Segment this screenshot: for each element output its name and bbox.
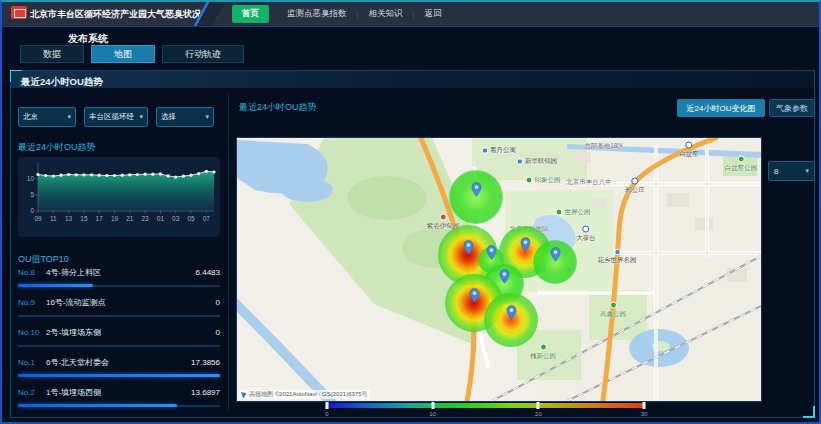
poi-metro-icon xyxy=(632,178,639,185)
svg-text:01: 01 xyxy=(157,215,165,222)
heat-scale-gradient xyxy=(327,403,644,408)
map-poi-label: 槐新公园 xyxy=(530,344,556,361)
nav-item-knowledge[interactable]: 相关知识 xyxy=(359,8,413,20)
tab-data[interactable]: 数据 xyxy=(20,45,84,63)
top-list-title: OU值TOP10 xyxy=(18,253,69,266)
hour-select[interactable]: 8 ▾ xyxy=(768,161,815,181)
top-list-row: No.102号-填埋场东侧0 xyxy=(18,327,220,347)
ou-trend-chart-svg: 0510091113151719212301030507 xyxy=(18,157,220,235)
poi-blue-icon xyxy=(614,249,620,255)
map-marker-pin-icon[interactable] xyxy=(499,269,510,284)
tab-track[interactable]: 行动轨迹 xyxy=(162,45,244,63)
map-poi-label: 新华联锦园 xyxy=(517,157,558,166)
map-poi-label: 印象公园 xyxy=(526,176,561,185)
value-bar-fill xyxy=(18,284,93,287)
point-name: 2号-填埋场东侧 xyxy=(46,327,212,338)
nav-item-back[interactable]: 返回 xyxy=(415,8,452,20)
poi-metro-icon xyxy=(583,226,590,233)
map-canvas[interactable]: 总部基地18区看丹公寓新华联锦园印象公园北京市丰台八中世界公园郭公庄白盆窑白盆窑… xyxy=(236,137,762,402)
dashboard-root: 北京市丰台区循环经济产业园大气恶臭状况实时 首页监测点恶臭指数|相关知识|返回 … xyxy=(0,0,821,424)
map-marker-pin-icon[interactable] xyxy=(550,247,561,262)
svg-text:05: 05 xyxy=(187,215,195,222)
panel-title: 最近24小时OU趋势 xyxy=(21,76,103,87)
ou-trend-chart: 0510091113151719212301030507 xyxy=(18,157,220,237)
svg-text:21: 21 xyxy=(126,215,134,222)
heat-scale-bar: 0102030 xyxy=(327,403,644,417)
map-poi-text: 世界公园 xyxy=(565,208,591,217)
map-marker-pin-icon[interactable] xyxy=(520,237,531,252)
nav-item-home[interactable]: 首页 xyxy=(232,5,269,23)
map-poi-label: 花乡世界名园 xyxy=(598,249,637,265)
panel-corner-accent xyxy=(803,406,815,418)
value-bar-track xyxy=(18,375,220,377)
poi-park-icon xyxy=(540,344,547,351)
map-poi-text: 新华联锦园 xyxy=(525,157,558,166)
map-poi-label: 看丹公寓 xyxy=(482,146,516,155)
main-nav: 首页监测点恶臭指数|相关知识|返回 xyxy=(232,2,452,26)
map-poi-label: 北京市丰台八中 xyxy=(566,178,612,187)
app-header: 北京市丰台区循环经济产业园大气恶臭状况实时 首页监测点恶臭指数|相关知识|返回 xyxy=(2,2,819,27)
publish-system-label: 发布系统 xyxy=(68,32,108,46)
point-name: 1号-填埋场西侧 xyxy=(46,387,187,398)
scale-tick-label: 20 xyxy=(535,411,542,417)
map-marker-pin-icon[interactable] xyxy=(471,182,482,197)
rank-label: No.8 xyxy=(18,268,46,277)
map-poi-label: 郭公庄 xyxy=(625,178,645,195)
rank-label: No.10 xyxy=(18,328,46,337)
map-poi-label: 白盆窑公园 xyxy=(725,156,758,173)
map-marker-pin-icon[interactable] xyxy=(463,240,474,255)
top-list-row-text: No.102号-填埋场东侧0 xyxy=(18,327,220,338)
svg-text:19: 19 xyxy=(111,215,119,222)
rank-label: No.9 xyxy=(18,298,46,307)
panel-titlebar: 最近24小时OU趋势 xyxy=(11,71,814,88)
svg-text:23: 23 xyxy=(142,215,150,222)
map-poi-text: 白盆窑公园 xyxy=(725,164,758,173)
content-panel: 最近24小时OU趋势 北京▾丰台区循环经济产▾选择▾ 最近24小时OU趋势 05… xyxy=(10,70,815,418)
poi-red-icon xyxy=(440,214,447,221)
map-marker-pin-icon[interactable] xyxy=(486,245,497,260)
top-list-row-text: No.916号-流动监测点0 xyxy=(18,297,220,308)
city-select[interactable]: 北京▾ xyxy=(18,107,76,127)
filter-bar: 北京▾丰台区循环经济产▾选择▾ xyxy=(18,107,214,127)
svg-text:15: 15 xyxy=(80,215,88,222)
map-subtitle: 最近24小时OU趋势 xyxy=(239,101,317,114)
map-poi-text: 看丹公寓 xyxy=(490,146,516,155)
scale-tick-label: 10 xyxy=(429,411,436,417)
value-bar-fill xyxy=(18,404,177,407)
value-bar-track xyxy=(18,315,220,317)
ou-value: 17.3856 xyxy=(191,358,220,367)
ou-change-map-button[interactable]: 近24小时OU变化图 xyxy=(677,99,765,117)
point-select-value: 选择 xyxy=(161,112,176,122)
svg-text:11: 11 xyxy=(50,215,57,222)
svg-text:07: 07 xyxy=(203,215,211,222)
poi-park-icon xyxy=(556,209,563,216)
map-attribution-text: 高德地图 ©2021AutoNavi - GS(2021)6375号 xyxy=(249,390,367,399)
weather-params-button[interactable]: 气象参数 xyxy=(769,99,815,117)
point-select[interactable]: 选择▾ xyxy=(156,107,214,127)
value-bar-track xyxy=(18,345,220,347)
map-poi-text: 郭公庄 xyxy=(625,186,645,195)
tab-map[interactable]: 地图 xyxy=(91,45,155,63)
chart-subtitle: 最近24小时OU趋势 xyxy=(18,141,96,154)
svg-text:03: 03 xyxy=(172,215,180,222)
chevron-down-icon: ▾ xyxy=(67,113,71,121)
point-name: 6号-北天堂村委会 xyxy=(46,357,187,368)
scale-tick-marker xyxy=(326,402,329,409)
map-poi-label: 大葆台 xyxy=(576,226,596,243)
ou-value: 13.6897 xyxy=(191,388,220,397)
nav-item-odor-index[interactable]: 监测点恶臭指数 xyxy=(277,8,357,20)
app-logo-icon xyxy=(11,6,27,19)
scale-tick-marker xyxy=(537,402,540,409)
map-marker-pin-icon[interactable] xyxy=(506,305,517,320)
park-select[interactable]: 丰台区循环经济产▾ xyxy=(84,107,148,127)
point-name: 16号-流动监测点 xyxy=(46,297,212,308)
map-poi-label: 世界公园 xyxy=(556,208,591,217)
rank-label: No.1 xyxy=(18,358,46,367)
poi-blue-icon xyxy=(517,158,523,164)
map-poi-text: 总部基地18区 xyxy=(584,142,624,151)
ou-value: 6.4483 xyxy=(196,268,220,277)
svg-text:13: 13 xyxy=(65,215,73,222)
scale-tick-marker xyxy=(431,402,434,409)
svg-text:5: 5 xyxy=(30,191,34,198)
map-marker-pin-icon[interactable] xyxy=(469,288,480,303)
